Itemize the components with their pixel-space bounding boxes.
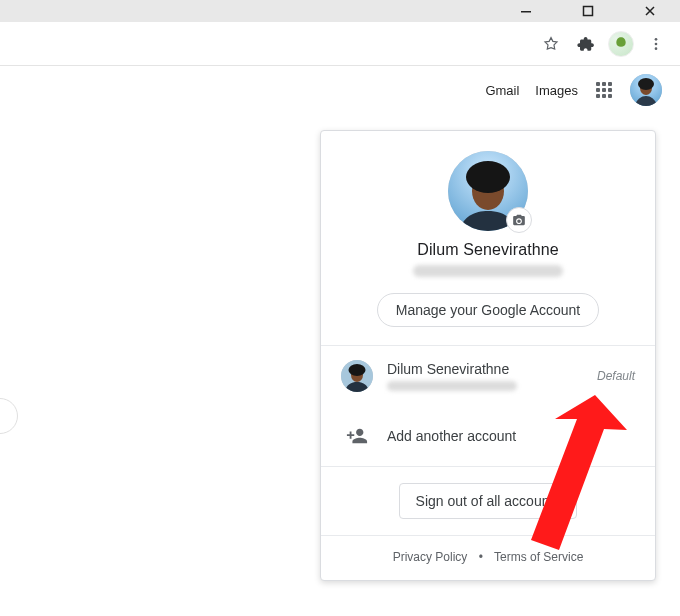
star-icon[interactable]	[538, 31, 564, 57]
primary-email	[413, 265, 563, 277]
account-popup: Dilum Senevirathne Manage your Google Ac…	[320, 130, 656, 581]
account-email	[387, 381, 517, 391]
account-name: Dilum Senevirathne	[387, 361, 583, 378]
apps-grid-icon[interactable]	[594, 80, 614, 100]
add-account-label: Add another account	[387, 428, 635, 445]
dot-separator: •	[479, 550, 483, 564]
privacy-policy-link[interactable]: Privacy Policy	[393, 550, 468, 564]
svg-point-3	[655, 42, 658, 45]
person-add-icon	[341, 420, 373, 452]
svg-point-10	[466, 161, 510, 193]
close-button[interactable]	[628, 0, 672, 22]
extensions-icon[interactable]	[572, 30, 600, 58]
svg-rect-1	[584, 7, 593, 16]
default-tag: Default	[597, 369, 635, 383]
display-name: Dilum Senevirathne	[345, 241, 631, 259]
card-footer: Privacy Policy • Terms of Service	[321, 536, 655, 580]
account-avatar	[341, 360, 373, 392]
terms-link[interactable]: Terms of Service	[494, 550, 583, 564]
account-row[interactable]: Dilum Senevirathne Default	[321, 346, 655, 406]
header-avatar[interactable]	[630, 74, 662, 106]
sign-out-button[interactable]: Sign out of all accounts	[399, 483, 578, 519]
svg-point-2	[655, 38, 658, 41]
page-header: Gmail Images	[0, 66, 680, 114]
camera-icon[interactable]	[506, 207, 532, 233]
window-titlebar	[0, 0, 680, 22]
gmail-link[interactable]: Gmail	[485, 83, 519, 98]
browser-toolbar	[0, 22, 680, 66]
browser-profile-icon[interactable]	[608, 31, 634, 57]
svg-point-7	[638, 78, 654, 90]
images-link[interactable]: Images	[535, 83, 578, 98]
svg-rect-0	[521, 11, 531, 13]
maximize-button[interactable]	[566, 0, 610, 22]
manage-account-button[interactable]: Manage your Google Account	[377, 293, 599, 327]
svg-point-13	[349, 364, 366, 376]
svg-point-4	[655, 47, 658, 50]
kebab-menu-icon[interactable]	[642, 30, 670, 58]
nav-arrow-peek[interactable]	[0, 398, 18, 434]
avatar-wrap	[448, 151, 528, 231]
add-account-button[interactable]: Add another account	[321, 406, 655, 466]
minimize-button[interactable]	[504, 0, 548, 22]
